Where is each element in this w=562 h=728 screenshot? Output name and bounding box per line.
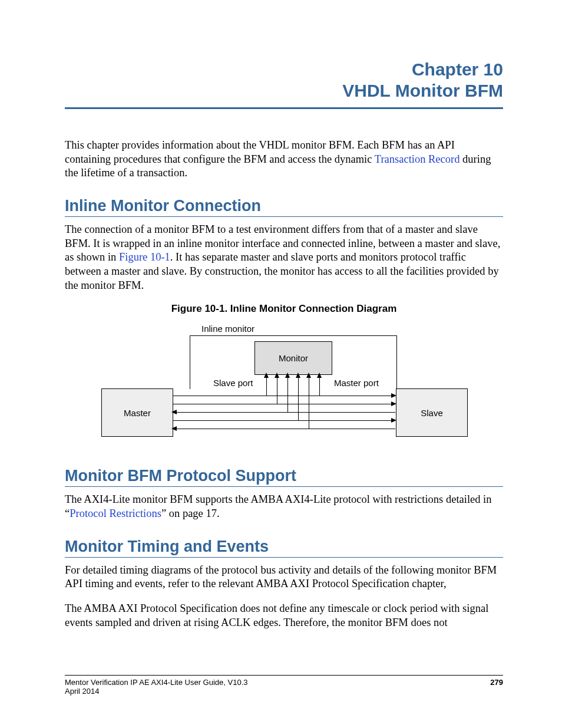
inline-paragraph: The connection of a monitor BFM to a tes… [65,223,503,292]
intro-paragraph: This chapter provides information about … [65,139,503,180]
protocol-restrictions-link[interactable]: Protocol Restrictions [70,508,161,519]
monitor-label: Monitor [279,353,308,363]
arrow-right-icon [391,393,396,398]
figure-ref-link[interactable]: Figure 10-1 [119,251,170,263]
arrow-up-icon [285,373,290,378]
arrow-right-icon [391,401,396,406]
master-port-label: Master port [334,378,379,388]
bus-line [173,420,395,421]
section-divider [65,557,503,558]
section-heading-protocol: Monitor BFM Protocol Support [65,467,503,485]
protocol-text-2: ” on page 17. [161,508,220,519]
section-heading-timing: Monitor Timing and Events [65,538,503,556]
arrow-up-icon [275,373,279,378]
bus-line [173,412,395,413]
tap-line [277,374,277,404]
footer-doc-title: Mentor Verification IP AE AXI4-Lite User… [65,678,247,687]
slave-port-label: Slave port [213,378,253,388]
arrow-right-icon [391,418,396,423]
timing-paragraph-1: For detailed timing diagrams of the prot… [65,564,503,591]
protocol-paragraph: The AXI4-Lite monitor BFM supports the A… [65,493,503,521]
slave-box: Slave [396,388,468,437]
section-heading-inline: Inline Monitor Connection [65,197,503,215]
chapter-number: Chapter 10 [65,59,503,80]
arrow-up-icon [264,373,269,378]
tap-line [298,374,299,420]
arrow-up-icon [317,373,322,378]
page-number: 279 [490,678,503,687]
tap-line [287,374,288,412]
arrow-up-icon [296,373,300,378]
master-box: Master [101,388,173,437]
timing-paragraph-2: The AMBA AXI Protocol Specification does… [65,602,503,630]
master-label: Master [124,408,151,418]
monitor-box: Monitor [254,341,332,375]
page-footer: Mentor Verification IP AE AXI4-Lite User… [65,671,503,696]
arrow-left-icon [171,410,177,414]
footer-divider [65,675,503,676]
figure-caption: Figure 10-1. Inline Monitor Connection D… [65,303,503,315]
bus-line [173,396,395,396]
chapter-title-text: VHDL Monitor BFM [65,80,503,101]
chapter-header: Chapter 10 VHDL Monitor BFM [65,59,503,101]
chapter-divider [65,107,503,109]
arrow-left-icon [171,426,177,431]
bus-line [173,429,395,429]
section-divider [65,486,503,487]
transaction-record-link[interactable]: Transaction Record [375,153,460,165]
bus-line [173,404,395,404]
slave-label: Slave [421,408,443,418]
inline-monitor-diagram: Inline monitor Monitor Slave port Master… [101,321,467,450]
arrow-up-icon [306,373,311,378]
inline-monitor-label: Inline monitor [201,324,254,334]
footer-date: April 2014 [65,687,503,696]
section-divider [65,216,503,217]
